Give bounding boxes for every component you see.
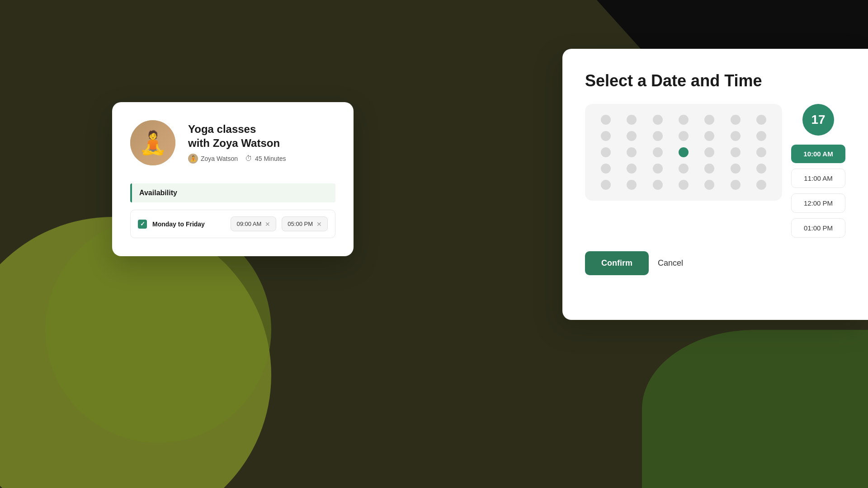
check-icon: ✓ <box>140 221 145 227</box>
bg-blob-4 <box>642 330 868 488</box>
dot[interactable] <box>601 131 611 141</box>
time-slot-3[interactable]: 01:00 PM <box>791 218 845 238</box>
day-range-label: Monday to Friday <box>152 221 225 228</box>
dot[interactable] <box>601 164 611 174</box>
start-time-pill[interactable]: 09:00 AM ✕ <box>231 216 276 231</box>
dot[interactable] <box>756 147 766 157</box>
end-time-pill[interactable]: 05:00 PM ✕ <box>282 216 328 231</box>
dot[interactable] <box>653 164 663 174</box>
duration-meta: ⏱ 45 Minutes <box>245 155 286 163</box>
clear-start-icon[interactable]: ✕ <box>265 221 270 227</box>
dot[interactable] <box>601 180 611 190</box>
availability-row: ✓ Monday to Friday 09:00 AM ✕ 05:00 PM ✕ <box>130 210 335 238</box>
panel-title: Select a Date and Time <box>585 71 845 90</box>
dot[interactable] <box>627 131 637 141</box>
time-slot-2[interactable]: 12:00 PM <box>791 193 845 213</box>
dot[interactable] <box>653 180 663 190</box>
instructor-avatar: 🧘 <box>188 154 198 164</box>
dot[interactable] <box>679 115 689 125</box>
dot[interactable] <box>731 180 741 190</box>
action-row: Confirm Cancel <box>585 251 845 275</box>
dot[interactable] <box>601 115 611 125</box>
availability-label: Availability <box>139 189 177 197</box>
class-title: Yoga classes with Zoya Watson <box>188 122 286 150</box>
time-slot-0[interactable]: 10:00 AM <box>791 145 845 163</box>
dot[interactable] <box>704 147 714 157</box>
dot[interactable] <box>731 131 741 141</box>
dot[interactable] <box>679 180 689 190</box>
dot-selected[interactable] <box>679 147 689 157</box>
clock-icon: ⏱ <box>245 155 252 163</box>
dot[interactable] <box>704 180 714 190</box>
dot[interactable] <box>627 164 637 174</box>
clear-end-icon[interactable]: ✕ <box>316 221 322 227</box>
instructor-meta: 🧘 Zoya Watson <box>188 154 238 164</box>
dot[interactable] <box>756 180 766 190</box>
start-time-value: 09:00 AM <box>236 221 261 227</box>
calendar-area: 17 10:00 AM 11:00 AM 12:00 PM 01:00 PM <box>585 104 845 238</box>
dot[interactable] <box>653 115 663 125</box>
dot[interactable] <box>704 115 714 125</box>
duration-text: 45 Minutes <box>255 155 286 162</box>
dot[interactable] <box>627 147 637 157</box>
confirm-button[interactable]: Confirm <box>585 251 649 275</box>
cancel-button[interactable]: Cancel <box>658 258 683 268</box>
instructor-name: Zoya Watson <box>201 155 238 162</box>
dot[interactable] <box>653 131 663 141</box>
avatar: 🧘 <box>130 120 175 165</box>
dot[interactable] <box>653 147 663 157</box>
calendar-grid <box>585 104 782 201</box>
end-time-value: 05:00 PM <box>288 221 313 227</box>
dot[interactable] <box>731 164 741 174</box>
booking-card: 🧘 Yoga classes with Zoya Watson 🧘 Zoya W… <box>112 102 354 256</box>
dot[interactable] <box>704 164 714 174</box>
dot[interactable] <box>756 115 766 125</box>
day-checkbox[interactable]: ✓ <box>138 220 147 229</box>
dot[interactable] <box>731 115 741 125</box>
availability-header: Availability <box>130 183 335 202</box>
dot[interactable] <box>756 164 766 174</box>
card-header: 🧘 Yoga classes with Zoya Watson 🧘 Zoya W… <box>130 120 335 165</box>
dot[interactable] <box>627 180 637 190</box>
availability-section: Availability ✓ Monday to Friday 09:00 AM… <box>130 183 335 238</box>
dot[interactable] <box>601 147 611 157</box>
dot[interactable] <box>731 147 741 157</box>
dot[interactable] <box>704 131 714 141</box>
date-time-panel: Select a Date and Time <box>562 49 868 320</box>
time-slot-1[interactable]: 11:00 AM <box>791 169 845 188</box>
dot[interactable] <box>627 115 637 125</box>
dot[interactable] <box>756 131 766 141</box>
dot[interactable] <box>679 131 689 141</box>
dot[interactable] <box>679 164 689 174</box>
card-meta: 🧘 Zoya Watson ⏱ 45 Minutes <box>188 154 286 164</box>
date-badge: 17 <box>802 104 834 136</box>
time-sidebar: 17 10:00 AM 11:00 AM 12:00 PM 01:00 PM <box>791 104 845 238</box>
dots-grid <box>596 115 771 190</box>
card-title-section: Yoga classes with Zoya Watson 🧘 Zoya Wat… <box>188 122 286 164</box>
